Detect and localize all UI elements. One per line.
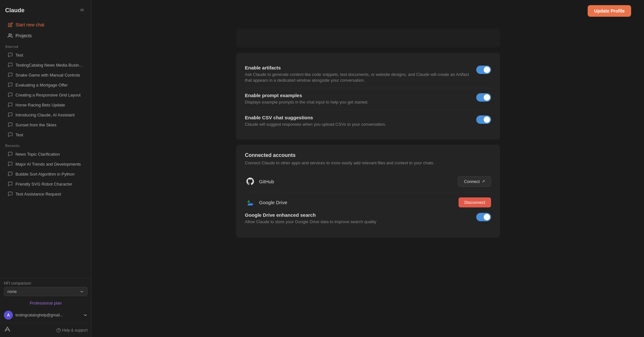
chevron-down-icon [80, 289, 84, 294]
enable-prompt-examples-row: Enable prompt examples Displays example … [245, 88, 491, 110]
settings-content: Enable artifacts Ask Claude to generate … [223, 22, 513, 256]
sidebar-item-test-2[interactable]: Test [3, 130, 89, 140]
enable-csv-desc: Claude will suggest responses when you u… [245, 122, 470, 127]
gdrive-enhanced-toggle[interactable] [476, 213, 491, 221]
sidebar-item-snake-game[interactable]: Snake Game with Manual Controls [3, 70, 89, 80]
google-drive-icon-wrap [245, 197, 255, 208]
sidebar-item-horse-racing[interactable]: Horse Racing Bets Update [3, 100, 89, 110]
enable-csv-info: Enable CSV chat suggestions Claude will … [245, 115, 470, 127]
starred-section-label: Starred [0, 41, 91, 50]
chat-icon-2 [8, 62, 13, 68]
enable-artifacts-row: Enable artifacts Ask Claude to generate … [245, 60, 491, 88]
gdrive-enhanced-info: Google Drive enhanced search Allow Claud… [245, 212, 470, 225]
enable-csv-title: Enable CSV chat suggestions [245, 115, 470, 120]
main-content: Update Profile Enable artifacts Ask Clau… [92, 0, 644, 337]
enable-csv-toggle-wrap [476, 115, 491, 124]
sidebar-item-sunset[interactable]: Sunset from the Skies [3, 120, 89, 130]
sidebar: Claude Start new chat Projects Starred [0, 0, 92, 337]
google-drive-icon [246, 198, 255, 207]
connected-accounts-title: Connected accounts [245, 152, 491, 158]
top-section-placeholder [236, 28, 500, 48]
sidebar-header: Claude [0, 0, 91, 19]
hfi-dropdown[interactable]: none [4, 287, 88, 296]
google-drive-account-info: Google Drive [245, 197, 288, 208]
enable-prompt-examples-info: Enable prompt examples Displays example … [245, 93, 470, 105]
gdrive-enhanced-desc: Allow Claude to store your Google Drive … [245, 219, 470, 225]
enable-artifacts-title: Enable artifacts [245, 65, 470, 70]
avatar: A [4, 311, 13, 320]
recents-section-label: Recents [0, 140, 91, 149]
sidebar-item-test-1[interactable]: Test [3, 50, 89, 60]
projects-icon [8, 33, 13, 38]
anthropic-logo [4, 326, 11, 334]
connected-accounts-section: Connected accounts Connect Claude to oth… [236, 145, 500, 238]
enable-prompt-examples-toggle[interactable] [476, 93, 491, 102]
enable-csv-toggle[interactable] [476, 115, 491, 124]
chat-icon-9 [8, 132, 13, 137]
sidebar-footer: Help & support [0, 323, 91, 337]
sidebar-item-testingcatalog[interactable]: TestingCatalog News Media Business [3, 60, 89, 70]
enable-prompt-examples-desc: Displays example prompts in the chat inp… [245, 99, 470, 105]
enable-prompt-examples-title: Enable prompt examples [245, 93, 470, 98]
gdrive-enhanced-toggle-wrap [476, 212, 491, 221]
chat-icon-10 [8, 151, 13, 157]
chat-icon-4 [8, 82, 13, 87]
app-logo: Claude [5, 7, 24, 14]
sidebar-item-test-assistance[interactable]: Test Assistance Request [3, 189, 89, 199]
enable-csv-row: Enable CSV chat suggestions Claude will … [245, 110, 491, 132]
gdrive-enhanced-title: Google Drive enhanced search [245, 212, 470, 218]
start-new-chat-button[interactable]: Start new chat [3, 19, 89, 31]
chat-icon-8 [8, 122, 13, 127]
google-drive-account-row: Google Drive Disconnect Google Drive enh… [245, 192, 491, 230]
enable-artifacts-desc: Ask Claude to generate content like code… [245, 72, 470, 83]
user-account-row[interactable]: A testingcataloghelp@gmail... [0, 307, 91, 323]
chat-icon [8, 52, 13, 58]
svg-point-0 [9, 34, 10, 35]
enable-artifacts-toggle[interactable] [476, 66, 491, 74]
sidebar-item-ai-trends[interactable]: Major AI Trends and Developments [3, 159, 89, 169]
chat-icon-13 [8, 181, 13, 187]
github-icon [246, 177, 255, 186]
update-profile-button[interactable]: Update Profile [588, 5, 631, 17]
chat-icon-3 [8, 72, 13, 77]
collapse-icon [79, 7, 85, 13]
sidebar-item-news-topic[interactable]: News Topic Clarification [3, 149, 89, 159]
connected-accounts-desc: Connect Claude to other apps and service… [245, 160, 491, 166]
chat-icon-14 [8, 191, 13, 196]
enable-artifacts-info: Enable artifacts Ask Claude to generate … [245, 65, 470, 83]
chat-icon-5 [8, 92, 13, 97]
google-drive-enhanced-row: Google Drive enhanced search Allow Claud… [245, 208, 491, 225]
projects-nav-item[interactable]: Projects [3, 31, 89, 41]
chat-icon-7 [8, 112, 13, 117]
edit-icon [8, 22, 13, 27]
external-link-icon: ↗ [482, 179, 485, 184]
sidebar-item-svg-robot[interactable]: Friendly SVG Robot Character [3, 179, 89, 189]
github-account-info: GitHub [245, 176, 274, 187]
chat-icon-6 [8, 102, 13, 107]
sidebar-item-grid-layout[interactable]: Creating a Responsive Grid Layout [3, 90, 89, 100]
topbar: Update Profile [92, 0, 644, 22]
hfi-section: HFI comparison none [0, 278, 91, 299]
github-account-name: GitHub [259, 179, 274, 184]
google-drive-disconnect-button[interactable]: Disconnect [459, 197, 491, 207]
anthropic-icon [4, 326, 11, 333]
hfi-label: HFI comparison [4, 281, 88, 286]
professional-plan-badge: Professional plan [0, 299, 91, 307]
gdrive-enhanced-setting-row: Google Drive enhanced search Allow Claud… [245, 212, 491, 225]
google-drive-main-row: Google Drive Disconnect [245, 197, 491, 208]
user-email: testingcataloghelp@gmail... [15, 313, 80, 317]
enable-prompt-examples-toggle-wrap [476, 93, 491, 102]
sidebar-item-bubble-sort[interactable]: Bubble Sort Algorithm in Python [3, 169, 89, 179]
sidebar-scroll: Start new chat Projects Starred Test Tes… [0, 19, 91, 278]
sidebar-item-mortgage[interactable]: Evaluating a Mortgage Offer [3, 80, 89, 90]
connected-accounts-header: Connected accounts Connect Claude to oth… [245, 152, 491, 166]
github-account-icon [245, 176, 255, 187]
chat-icon-11 [8, 161, 13, 167]
collapse-sidebar-button[interactable] [78, 6, 86, 15]
github-account-row: GitHub Connect ↗ [245, 171, 491, 192]
github-connect-button[interactable]: Connect ↗ [458, 176, 491, 187]
chevron-down-icon-user [83, 313, 88, 317]
help-icon [56, 328, 61, 332]
help-support-link[interactable]: Help & support [56, 328, 88, 332]
sidebar-item-introducing-claude[interactable]: Introducing Claude, AI Assistant [3, 110, 89, 120]
